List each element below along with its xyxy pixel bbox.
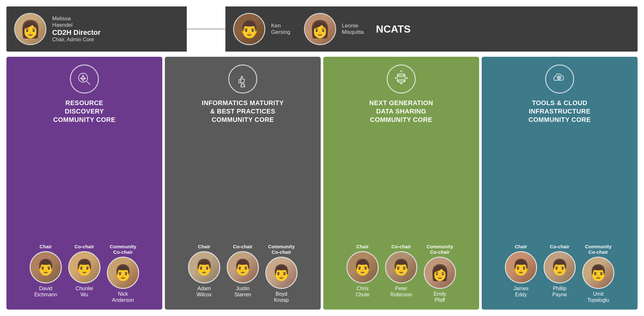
leonie-info: Leonie Misquitta — [342, 23, 364, 35]
search-network-icon — [70, 64, 99, 94]
director-subtitle: Chair, Admin Core — [52, 37, 100, 43]
role-chair-inf: Chair — [198, 244, 210, 249]
role-cochair-inf: Co-chair — [233, 244, 253, 249]
thumbs-up-ribbon-icon — [228, 64, 257, 94]
core-title-informatics: INFORMATICS MATURITY & BEST PRACTICES CO… — [202, 99, 284, 124]
member-boyd: Community Co-chair 👨 Boyd Knosp — [265, 244, 298, 303]
role-cochair-ng: Co-chair — [392, 244, 411, 249]
justin-name: Justin Starren — [234, 285, 251, 298]
connector — [187, 6, 225, 52]
david-avatar: 👨 — [30, 251, 62, 283]
core-informatics-maturity: INFORMATICS MATURITY & BEST PRACTICES CO… — [165, 57, 321, 310]
core-tools-cloud: TOOLS & CLOUD INFRASTRUCTURE COMMUNITY C… — [482, 57, 638, 310]
member-nick: Community Co-chair 👨 Nick Anderson — [107, 244, 139, 303]
role-community-cochair-tc: Community Co-chair — [585, 244, 612, 255]
member-chris: Chair 👨 Chris Chute — [346, 244, 379, 303]
svg-line-7 — [83, 76, 85, 78]
role-community-cochair: Community Co-chair — [110, 244, 137, 255]
leonie-avatar: 👩 — [304, 13, 336, 45]
top-row: 👩 Melissa Haendel CD2H Director Chair, A… — [6, 6, 638, 52]
members-tools-cloud: Chair 👨 James Eddy Co-chair 👨 Phillip Pa… — [487, 244, 632, 303]
james-name: James Eddy — [513, 285, 528, 298]
ken-name: Ken Gersing — [271, 23, 290, 35]
ncats-label: NCATS — [376, 23, 411, 35]
emily-avatar: 👩 — [424, 257, 456, 289]
svg-line-30 — [560, 76, 561, 77]
emily-name: Emily Pfaff — [433, 291, 446, 303]
member-justin: Co-chair 👨 Justin Starren — [227, 244, 259, 303]
role-community-cochair-ng: Community Co-chair — [427, 244, 453, 255]
member-adam: Chair 👨 Adam Wilcox — [188, 244, 220, 303]
director-card: 👩 Melissa Haendel CD2H Director Chair, A… — [6, 6, 187, 52]
core-title-next-gen: NEXT GENERATION DATA SHARING COMMUNITY C… — [369, 99, 433, 124]
chris-name: Chris Chute — [356, 285, 370, 298]
director-info: Melissa Haendel CD2H Director Chair, Adm… — [52, 15, 100, 43]
leonie-name: Leonie Misquitta — [342, 23, 364, 35]
chunlei-name: Chunlei Wu — [76, 285, 93, 298]
ken-info: Ken Gersing — [271, 23, 290, 35]
chris-avatar: 👨 — [346, 251, 379, 283]
core-title-resource: RESOURCE DISCOVERY COMMUNITY CORE — [53, 99, 115, 124]
role-cochair: Co-chair — [75, 244, 94, 249]
justin-avatar: 👨 — [227, 251, 259, 283]
svg-line-1 — [86, 81, 90, 85]
james-avatar: 👨 — [505, 251, 537, 283]
main-container: 👩 Melissa Haendel CD2H Director Chair, A… — [0, 0, 644, 316]
member-chunlei: Co-chair 👨 Chunlei Wu — [68, 244, 100, 303]
ncats-card: 👨 Ken Gersing 👩 Leonie Misquitta NCATS — [225, 6, 638, 52]
members-resource: Chair 👨 David Eichmann Co-chair 👨 Chunle… — [12, 244, 157, 303]
adam-avatar: 👨 — [188, 251, 220, 283]
svg-line-31 — [557, 79, 558, 80]
boyd-avatar: 👨 — [265, 257, 298, 289]
role-chair: Chair — [40, 244, 52, 249]
member-james: Chair 👨 James Eddy — [505, 244, 537, 303]
svg-rect-11 — [239, 80, 241, 83]
svg-line-28 — [557, 76, 558, 77]
member-emily: Community Co-chair 👩 Emily Pfaff — [424, 244, 456, 303]
nick-avatar: 👨 — [107, 257, 139, 289]
melissa-avatar: 👩 — [14, 13, 46, 45]
core-title-tools-cloud: TOOLS & CLOUD INFRASTRUCTURE COMMUNITY C… — [528, 99, 591, 124]
member-david: Chair 👨 David Eichmann — [30, 244, 62, 303]
svg-line-14 — [244, 84, 245, 87]
member-phillip: Co-chair 👨 Phillip Payne — [544, 244, 576, 303]
core-next-generation: NEXT GENERATION DATA SHARING COMMUNITY C… — [323, 57, 479, 310]
member-umit: Community Co-chair 👨 Umit Topaloglu — [582, 244, 614, 303]
svg-line-29 — [560, 79, 561, 80]
ken-avatar: 👨 — [233, 13, 265, 45]
chunlei-avatar: 👨 — [68, 251, 100, 283]
member-peter: Co-chair 👨 Peter Robinson — [385, 244, 417, 303]
director-title: CD2H Director — [52, 28, 100, 37]
david-name: David Eichmann — [34, 285, 57, 298]
boyd-name: Boyd Knosp — [274, 291, 289, 303]
peter-avatar: 👨 — [385, 251, 417, 283]
role-community-cochair-inf: Community Co-chair — [268, 244, 295, 255]
peter-name: Peter Robinson — [390, 285, 412, 298]
adam-name: Adam Wilcox — [196, 285, 212, 298]
core-resource-discovery: RESOURCE DISCOVERY COMMUNITY CORE Chair … — [6, 57, 162, 310]
svg-line-13 — [241, 84, 242, 87]
role-cochair-tc: Co-chair — [550, 244, 570, 249]
director-name: Melissa Haendel — [52, 15, 100, 28]
members-next-gen: Chair 👨 Chris Chute Co-chair 👨 Peter Rob… — [328, 244, 474, 303]
umit-avatar: 👨 — [582, 257, 614, 289]
svg-point-23 — [558, 77, 560, 78]
members-informatics: Chair 👨 Adam Wilcox Co-chair 👨 Justin St… — [170, 244, 316, 303]
cores-row: RESOURCE DISCOVERY COMMUNITY CORE Chair … — [6, 57, 638, 310]
role-chair-ng: Chair — [356, 244, 369, 249]
role-chair-tc: Chair — [515, 244, 527, 249]
umit-name: Umit Topaloglu — [587, 291, 610, 303]
nick-name: Nick Anderson — [112, 291, 134, 303]
svg-line-6 — [81, 76, 83, 78]
phillip-name: Phillip Payne — [552, 285, 567, 298]
phillip-avatar: 👨 — [544, 251, 576, 283]
cloud-gear-icon — [545, 64, 574, 94]
database-arrows-icon — [387, 64, 416, 94]
